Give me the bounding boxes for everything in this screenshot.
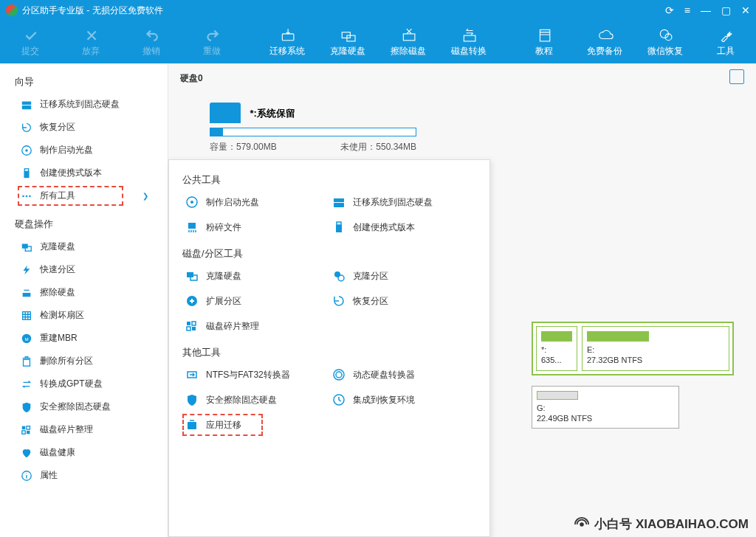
popup-item-defrag[interactable]: 磁盘碎片整理 bbox=[182, 313, 329, 339]
svg-rect-31 bbox=[334, 203, 344, 207]
refresh-icon[interactable]: ⟳ bbox=[665, 4, 674, 16]
popup-item-hdd[interactable]: 迁移系统到固态硬盘 bbox=[329, 190, 476, 215]
toolbar-hdd-x-button[interactable]: 擦除磁盘 bbox=[378, 21, 439, 63]
svg-point-11 bbox=[25, 149, 28, 152]
dyn-icon bbox=[332, 368, 346, 381]
sidebar-item-recover[interactable]: 恢复分区 bbox=[0, 116, 168, 139]
popup-label: 动态硬盘转换器 bbox=[353, 369, 415, 381]
svg-point-14 bbox=[22, 195, 24, 197]
toolbar-hdd-arrow-button[interactable]: 迁移系统 bbox=[257, 21, 317, 63]
toolbar-hdd-swap-button[interactable]: 磁盘转换 bbox=[439, 21, 499, 63]
clone-icon bbox=[21, 241, 32, 253]
sidebar-item-hdd[interactable]: 迁移系统到固态硬盘 bbox=[0, 93, 168, 116]
popup-item-clonep[interactable]: 克隆分区 bbox=[329, 263, 476, 288]
sidebar-item-info[interactable]: 属性 bbox=[0, 464, 168, 487]
sidebar-label: 所有工具 bbox=[40, 190, 75, 202]
partition-box[interactable]: *:635... bbox=[536, 326, 577, 371]
hdd-copy-icon bbox=[339, 27, 357, 42]
popup-item-dyn[interactable]: 动态硬盘转换器 bbox=[329, 362, 476, 387]
sidebar-item-erase[interactable]: 擦除硬盘 bbox=[0, 281, 168, 304]
popup-item-clone[interactable]: 克隆硬盘 bbox=[182, 263, 329, 288]
sidebar-item-grid[interactable]: 检测坏扇区 bbox=[0, 304, 168, 327]
svg-rect-20 bbox=[23, 311, 31, 319]
popup-label: 迁移系统到固态硬盘 bbox=[353, 196, 433, 209]
partition-card[interactable]: *:系统保留 容量：579.00MB 未使用：550.34MB bbox=[210, 103, 416, 153]
redo-icon bbox=[203, 27, 221, 42]
svg-rect-41 bbox=[187, 322, 190, 325]
svg-rect-5 bbox=[540, 30, 549, 41]
view-toggle-icon[interactable] bbox=[729, 69, 744, 84]
toolbar-hdd-copy-button[interactable]: 克隆硬盘 bbox=[317, 21, 378, 63]
partition-box[interactable]: E:27.32GB NTFS bbox=[582, 326, 729, 371]
svg-rect-25 bbox=[27, 426, 30, 429]
chevron-right-icon: ❯ bbox=[142, 192, 148, 200]
toolbar-book-button[interactable]: 教程 bbox=[514, 21, 574, 63]
popup-item-recover[interactable]: 恢复分区 bbox=[329, 288, 476, 313]
minimize-icon[interactable]: — bbox=[701, 4, 711, 16]
popup-label: 粉碎文件 bbox=[206, 221, 241, 234]
sidebar-item-mbr[interactable]: M重建MBR bbox=[0, 327, 168, 350]
toolbar-cloud-button[interactable]: 免费备份 bbox=[574, 21, 635, 63]
sidebar-item-clone[interactable]: 克隆硬盘 bbox=[0, 235, 168, 258]
sidebar-item-dots[interactable]: 所有工具❯ bbox=[0, 184, 168, 207]
svg-point-30 bbox=[190, 201, 193, 204]
partition-box[interactable]: G:22.49GB NTFS bbox=[532, 386, 679, 429]
recover-icon bbox=[21, 122, 32, 134]
integrate-icon bbox=[332, 393, 346, 406]
sidebar-item-swap[interactable]: 转换成GPT硬盘 bbox=[0, 373, 168, 395]
watermark: 小白号 XIAOBAIHAO.COM bbox=[574, 516, 749, 533]
menu-icon[interactable]: ≡ bbox=[684, 4, 690, 16]
all-tools-popup: 公共工具 制作启动光盘迁移系统到固态硬盘 粉碎文件创建便携式版本 磁盘/分区工具… bbox=[168, 159, 490, 537]
popup-item-usb[interactable]: 创建便携式版本 bbox=[329, 215, 476, 240]
cloud-icon bbox=[596, 27, 614, 42]
app-logo-icon bbox=[6, 4, 18, 16]
wechat-icon bbox=[656, 27, 674, 42]
defrag-icon bbox=[21, 424, 32, 436]
popup-label: 应用迁移 bbox=[206, 419, 241, 432]
sidebar-item-shield[interactable]: 安全擦除固态硬盘 bbox=[0, 395, 168, 418]
check-icon bbox=[21, 27, 39, 42]
app-icon bbox=[185, 418, 199, 432]
svg-rect-19 bbox=[23, 293, 31, 297]
popup-item-expand[interactable]: 扩展分区 bbox=[182, 288, 329, 313]
hdd-x-icon bbox=[399, 27, 417, 42]
toolbar-redo-button: 重做 bbox=[182, 21, 242, 63]
popup-item-shield[interactable]: 安全擦除固态硬盘 bbox=[182, 387, 329, 412]
close-icon[interactable]: ✕ bbox=[741, 4, 750, 16]
sidebar-item-bolt[interactable]: 快速分区 bbox=[0, 258, 168, 281]
svg-rect-12 bbox=[24, 168, 28, 171]
toolbar-wrench-button[interactable]: 工具 bbox=[695, 21, 756, 63]
wrench-icon bbox=[717, 27, 735, 42]
svg-point-16 bbox=[29, 195, 31, 197]
toolbar-wechat-button[interactable]: 微信恢复 bbox=[635, 21, 695, 63]
sidebar-item-usb[interactable]: 创建便携式版本 bbox=[0, 162, 168, 184]
toolbar-label: 微信恢复 bbox=[647, 45, 683, 58]
sidebar-section-wizard: 向导 bbox=[0, 71, 168, 93]
sidebar-item-health[interactable]: 磁盘健康 bbox=[0, 441, 168, 464]
popup-item-convert[interactable]: NTFS与FAT32转换器 bbox=[182, 362, 329, 387]
svg-rect-8 bbox=[22, 105, 31, 108]
popup-label: 扩展分区 bbox=[206, 295, 241, 308]
svg-point-46 bbox=[334, 370, 344, 380]
popup-item-integrate[interactable]: 集成到恢复环境 bbox=[329, 387, 476, 412]
usb-icon bbox=[21, 167, 32, 179]
popup-item-app[interactable]: 应用迁移 bbox=[182, 412, 329, 437]
maximize-icon[interactable]: ▢ bbox=[721, 4, 731, 16]
swap-icon bbox=[21, 378, 32, 390]
sidebar-label: 重建MBR bbox=[40, 332, 78, 344]
sidebar-label: 磁盘碎片整理 bbox=[40, 423, 93, 436]
svg-rect-44 bbox=[192, 327, 196, 330]
sidebar-item-defrag[interactable]: 磁盘碎片整理 bbox=[0, 418, 168, 441]
sidebar-label: 安全擦除固态硬盘 bbox=[40, 401, 111, 413]
mbr-icon: M bbox=[21, 333, 32, 344]
popup-item-shred[interactable]: 粉碎文件 bbox=[182, 215, 329, 240]
sidebar-item-del[interactable]: 删除所有分区 bbox=[0, 350, 168, 373]
toolbar-label: 免费备份 bbox=[587, 45, 622, 58]
x-icon bbox=[82, 27, 100, 42]
sidebar-item-disc[interactable]: 制作启动光盘 bbox=[0, 139, 168, 162]
sidebar-label: 转换成GPT硬盘 bbox=[40, 378, 103, 390]
toolbar-label: 提交 bbox=[21, 45, 39, 58]
svg-point-15 bbox=[26, 195, 28, 197]
popup-item-disc[interactable]: 制作启动光盘 bbox=[182, 190, 329, 215]
toolbar-check-button: 提交 bbox=[0, 21, 61, 63]
